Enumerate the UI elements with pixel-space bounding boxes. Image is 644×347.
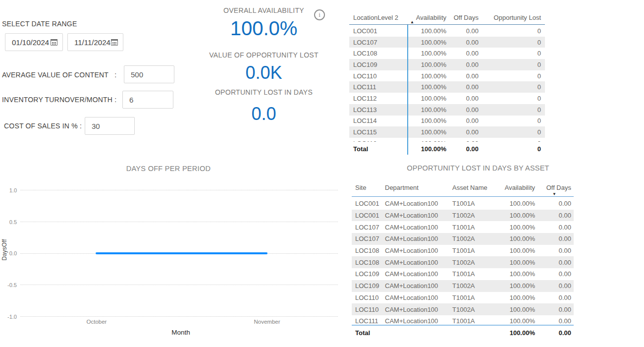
- table-row[interactable]: LOC107 CAM+Location100 T1001A 100.00% 0.…: [352, 221, 574, 233]
- cell-department: CAM+Location100: [384, 282, 451, 289]
- cell-off-days: 0.00: [540, 247, 574, 254]
- cell-availability: 100.00%: [407, 128, 448, 136]
- gridline: [20, 222, 338, 222]
- column-divider: [407, 25, 408, 155]
- asset-opportunity-table: OPPORTUNITY LOST IN DAYS BY ASSET Site D…: [352, 164, 574, 342]
- cell-site: LOC107: [352, 224, 384, 231]
- cell-availability: 100.00%: [407, 39, 448, 46]
- cell-off-days: 0.00: [540, 306, 574, 313]
- table-row[interactable]: LOC001 100.00% 0.00 0: [349, 25, 545, 37]
- kpi-opportunity-value-label: VALUE OF OPPORTUNITY LOST: [198, 51, 329, 59]
- cell-off-days: 0.00: [540, 282, 574, 289]
- col-header-offdays[interactable]: Off Days: [448, 14, 481, 21]
- date-from-input[interactable]: 01/10/2024: [5, 33, 63, 51]
- col-header-site[interactable]: Site: [352, 184, 384, 191]
- date-from-value: 01/10/2024: [12, 38, 49, 47]
- cell-location: LOC001: [349, 27, 407, 35]
- location-table-rows: LOC001 100.00% 0.00 0 LOC107 100.00% 0.0…: [349, 25, 545, 142]
- cell-asset: T1002A: [451, 212, 495, 219]
- cell-asset: T1001A: [451, 317, 495, 325]
- table-row[interactable]: LOC109 CAM+Location100 T1001A 100.00% 0.…: [352, 268, 574, 280]
- kpi-opportunity-days-value: 0.0: [198, 104, 329, 124]
- gridline: [20, 316, 338, 317]
- cell-asset: T1002A: [451, 306, 495, 313]
- cell-availability: 100.00%: [495, 306, 540, 313]
- cost-of-sales-input[interactable]: 30: [85, 117, 135, 135]
- table-row[interactable]: LOC115 100.00% 0.00 0: [349, 126, 545, 138]
- table-row[interactable]: LOC110 100.00% 0.00 0: [349, 70, 545, 82]
- table-row[interactable]: LOC107 CAM+Location100 T1002A 100.00% 0.…: [352, 233, 574, 245]
- col-header-offdays[interactable]: Off Days: [540, 184, 574, 191]
- col-header-locationlevel2[interactable]: LocationLevel 2: [349, 14, 407, 21]
- cell-availability: 100.00%: [495, 317, 540, 325]
- table-row[interactable]: LOC108 CAM+Location100 T1001A 100.00% 0.…: [352, 245, 574, 257]
- cell-site: LOC108: [352, 247, 384, 254]
- cell-department: CAM+Location100: [384, 200, 451, 207]
- table-row[interactable]: LOC107 100.00% 0.00 0: [349, 37, 545, 48]
- avg-value-input[interactable]: 500: [124, 65, 174, 83]
- table-row[interactable]: LOC116 100.00% 0.00 0: [349, 138, 545, 142]
- total-divider: [352, 325, 574, 326]
- cell-off-days: 0.00: [448, 140, 481, 142]
- cell-off-days: 0.00: [448, 27, 481, 35]
- table-row[interactable]: LOC110 CAM+Location100 T1002A 100.00% 0.…: [352, 303, 574, 315]
- cost-of-sales-value: 30: [92, 122, 100, 130]
- cell-opportunity-lost: 0: [481, 128, 545, 136]
- cell-availability: 100.00%: [495, 282, 540, 289]
- sort-ascending-icon[interactable]: ▲: [410, 20, 414, 24]
- table-row[interactable]: LOC108 CAM+Location100 T1002A 100.00% 0.…: [352, 256, 574, 268]
- sort-descending-icon[interactable]: ▼: [552, 192, 556, 196]
- y-tick-label: -1.0: [0, 314, 17, 320]
- table-row[interactable]: LOC114 100.00% 0.00 0: [349, 116, 545, 127]
- col-header-assetname[interactable]: Asset Name: [451, 184, 495, 191]
- calendar-icon[interactable]: [51, 39, 57, 46]
- asset-table-rows: LOC001 CAM+Location100 T1001A 100.00% 0.…: [352, 198, 574, 325]
- table-row[interactable]: LOC111 100.00% 0.00 0: [349, 81, 545, 93]
- cell-off-days: 0.00: [448, 117, 481, 124]
- cell-location: LOC111: [349, 83, 407, 91]
- cell-availability: 100.00%: [495, 247, 540, 254]
- turnover-input[interactable]: 6: [122, 91, 173, 109]
- date-to-input[interactable]: 11/11/2024: [67, 33, 123, 51]
- days-off-chart: DAYS OFF PER PERIOD 1.0 0.5 0.0 -0.5 -1.…: [0, 161, 342, 345]
- cell-asset: T1001A: [451, 224, 495, 231]
- cell-off-days: 0.00: [540, 235, 574, 242]
- location-availability-table: LocationLevel 2 Availability Off Days Op…: [349, 7, 545, 155]
- table-row[interactable]: LOC001 CAM+Location100 T1001A 100.00% 0.…: [352, 198, 574, 210]
- cell-availability: 100.00%: [407, 27, 448, 35]
- y-tick-label: 1.0: [0, 187, 17, 193]
- table-row[interactable]: LOC112 100.00% 0.00 0: [349, 93, 545, 104]
- table-row[interactable]: LOC113 100.00% 0.00 0: [349, 104, 545, 116]
- col-header-availability[interactable]: Availability: [495, 184, 540, 191]
- cell-department: CAM+Location100: [384, 259, 451, 266]
- gridline: [20, 285, 338, 285]
- table-row[interactable]: LOC110 CAM+Location100 T1001A 100.00% 0.…: [352, 292, 574, 304]
- cell-opportunity-lost: 0: [481, 72, 545, 80]
- cell-off-days: 0.00: [448, 50, 481, 57]
- total-off-days: 0.00: [448, 145, 481, 153]
- cell-asset: T1001A: [451, 247, 495, 254]
- col-header-opportunitylost[interactable]: Opportunity Lost: [481, 14, 545, 21]
- calendar-icon[interactable]: [111, 39, 118, 46]
- cell-site: LOC107: [352, 235, 384, 242]
- cell-availability: 100.00%: [495, 224, 540, 231]
- info-icon[interactable]: i: [314, 9, 325, 20]
- cell-site: LOC001: [352, 200, 384, 207]
- cell-department: CAM+Location100: [384, 235, 451, 242]
- cell-availability: 100.00%: [407, 50, 448, 57]
- table-row[interactable]: LOC108 100.00% 0.00 0: [349, 48, 545, 59]
- cell-availability: 100.00%: [407, 72, 448, 80]
- avg-value-label: AVERAGE VALUE OF CONTENT :: [2, 71, 116, 79]
- turnover-label: INVENTORY TURNOVER/MONTH :: [2, 96, 116, 104]
- cell-off-days: 0.00: [448, 72, 481, 80]
- cell-department: CAM+Location100: [384, 317, 451, 325]
- cell-location: LOC115: [349, 128, 407, 136]
- gridline: [20, 190, 338, 190]
- col-header-department[interactable]: Department: [384, 184, 451, 191]
- table-row[interactable]: LOC001 CAM+Location100 T1002A 100.00% 0.…: [352, 210, 574, 222]
- date-to-value: 11/11/2024: [74, 38, 110, 47]
- kpi-availability-label: OVERALL AVAILABILITY: [198, 6, 329, 14]
- table-row[interactable]: LOC111 CAM+Location100 T1001A 100.00% 0.…: [352, 315, 574, 325]
- table-row[interactable]: LOC109 CAM+Location100 T1002A 100.00% 0.…: [352, 280, 574, 292]
- table-row[interactable]: LOC109 100.00% 0.00 0: [349, 59, 545, 70]
